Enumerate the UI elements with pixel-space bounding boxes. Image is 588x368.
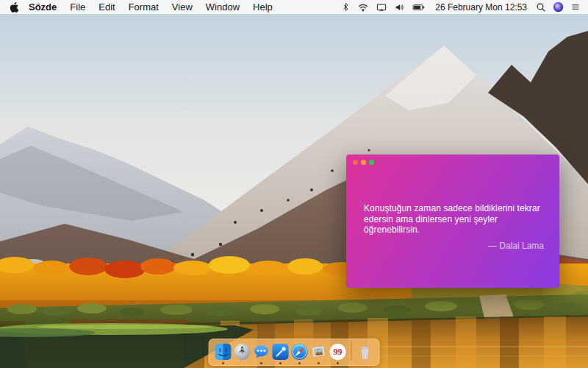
messages-icon [253, 343, 270, 361]
launchpad-icon [234, 343, 251, 361]
apple-menu[interactable] [9, 2, 18, 13]
menu-view[interactable]: View [172, 1, 193, 13]
spotlight-search-icon[interactable] [536, 2, 546, 13]
menu-window[interactable]: Window [206, 1, 240, 13]
dock-item-messages[interactable] [253, 343, 270, 361]
dock-item-trash[interactable] [356, 343, 374, 361]
quotes-app-icon: 99 [329, 343, 347, 361]
running-indicator [337, 362, 339, 364]
menu-file[interactable]: File [70, 1, 85, 13]
preview-icon [310, 343, 328, 361]
dock: 99 [209, 339, 380, 366]
dock-separator [351, 342, 352, 361]
apple-logo-icon [9, 2, 18, 13]
bluetooth-icon[interactable] [341, 1, 351, 13]
dock-item-preview[interactable] [310, 343, 328, 361]
desktop: Sözde File Edit Format View Window Help [0, 0, 588, 368]
dock-item-launchpad[interactable] [234, 343, 251, 361]
window-traffic-lights [353, 160, 374, 165]
app-menu-title[interactable]: Sözde [29, 1, 57, 13]
dock-item-safari[interactable] [291, 343, 309, 361]
trash-full-icon [356, 343, 374, 361]
menu-bar-left: Sözde File Edit Format View Window Help [9, 0, 286, 14]
menu-bar-clock[interactable]: 26 February Mon 12:53 [435, 2, 527, 13]
dock-item-quotes-app[interactable]: 99 [329, 343, 347, 361]
siri-icon[interactable] [553, 1, 564, 13]
menu-help[interactable]: Help [253, 1, 273, 13]
quote-content: Konuştuğun zaman sadece bildiklerini tek… [364, 203, 544, 251]
svg-text:99: 99 [334, 347, 343, 357]
display-mirroring-icon[interactable] [376, 2, 387, 13]
dock-item-xcode[interactable] [272, 343, 290, 361]
notification-center-icon[interactable] [570, 2, 581, 12]
quote-window[interactable]: Konuştuğun zaman sadece bildiklerini tek… [346, 155, 559, 288]
menu-bar-status: 26 February Mon 12:53 [341, 0, 581, 14]
close-button[interactable] [353, 160, 358, 165]
quote-attribution: — Dalai Lama [364, 241, 544, 251]
xcode-icon [272, 343, 290, 361]
running-indicator [318, 362, 320, 364]
wifi-icon[interactable] [357, 2, 369, 13]
quote-text: Konuştuğun zaman sadece bildiklerini tek… [364, 203, 544, 236]
running-indicator [298, 362, 301, 364]
running-indicator [222, 362, 224, 364]
running-indicator [260, 362, 262, 364]
dock-item-finder[interactable] [215, 343, 232, 361]
minimize-button[interactable] [361, 160, 366, 165]
menu-format[interactable]: Format [129, 1, 159, 13]
volume-icon[interactable] [394, 2, 405, 13]
menu-bar: Sözde File Edit Format View Window Help [0, 0, 588, 15]
safari-icon [291, 343, 309, 361]
finder-icon [215, 343, 232, 361]
zoom-button[interactable] [369, 160, 374, 165]
menu-edit[interactable]: Edit [98, 1, 115, 13]
battery-icon[interactable] [412, 2, 426, 13]
running-indicator [279, 362, 282, 364]
